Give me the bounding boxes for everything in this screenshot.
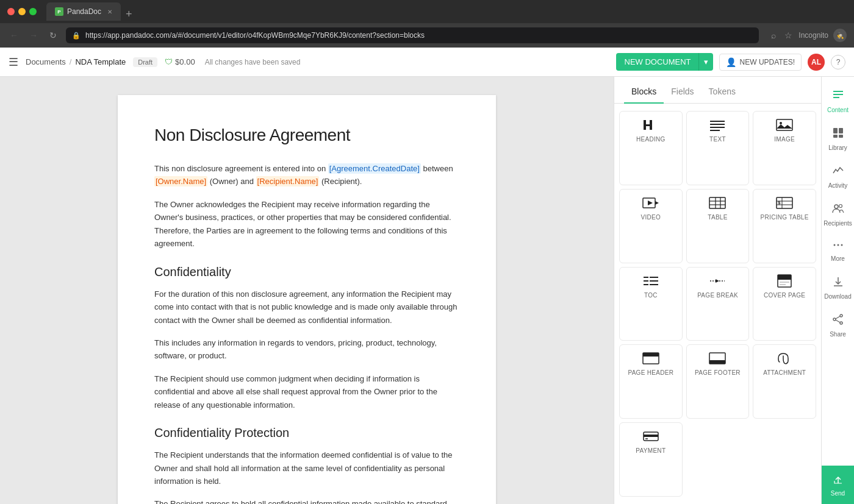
panel-send-button[interactable]: Send [822, 466, 854, 504]
sidebar-tabs: Blocks Fields Tokens [614, 77, 821, 104]
pricing-table-icon: $ [775, 196, 794, 210]
breadcrumb-parent-link[interactable]: Documents [26, 57, 66, 66]
panel-recipients-button[interactable]: Recipients [822, 196, 854, 233]
panel-more-button[interactable]: More [822, 234, 854, 268]
tab-title: PandaDoc [67, 7, 101, 16]
address-field[interactable]: 🔒 https://app.pandadoc.com/a/#/document/… [66, 27, 759, 43]
help-button[interactable]: ? [831, 55, 845, 69]
svg-rect-41 [645, 438, 648, 439]
new-tab-button[interactable]: + [126, 8, 132, 21]
svg-rect-38 [709, 360, 725, 364]
document-area[interactable]: Non Disclosure Agreement This non disclo… [0, 77, 614, 504]
section1-title: Confidentiality [154, 265, 459, 279]
bookmark-icon[interactable]: ☆ [784, 30, 792, 40]
block-cover-page[interactable]: COVER PAGE [753, 267, 816, 341]
svg-point-50 [839, 205, 842, 208]
block-pricing-table[interactable]: $ PRICING TABLE [753, 189, 816, 263]
svg-rect-33 [780, 282, 789, 283]
block-table[interactable]: TABLE [686, 189, 750, 263]
block-page-break[interactable]: PAGE BREAK [686, 267, 750, 341]
block-attachment[interactable]: ATTACHMENT [753, 344, 816, 419]
svg-point-53 [841, 244, 842, 246]
new-document-button[interactable]: NEW DOCUMENT [616, 53, 698, 71]
search-icon[interactable]: ⌕ [771, 30, 776, 40]
blocks-grid: HEADING TEXT IMAGE [614, 104, 821, 504]
toc-label: TOC [644, 292, 658, 299]
video-icon [641, 196, 661, 210]
block-page-header[interactable]: PAGE HEADER [619, 344, 683, 419]
panel-share-button[interactable]: Share [822, 307, 854, 344]
tab-favicon: P [55, 7, 63, 16]
document-para4: The Recipient should use common judgment… [154, 372, 459, 411]
breadcrumb-current: NDA Template [75, 57, 126, 66]
owner-suffix: (Owner) and [210, 177, 254, 186]
menu-button[interactable]: ☰ [9, 55, 18, 69]
share-icon [832, 313, 844, 328]
svg-rect-36 [643, 353, 659, 357]
svg-point-49 [834, 205, 838, 208]
share-label: Share [830, 331, 846, 338]
block-heading[interactable]: HEADING [619, 111, 683, 185]
close-button[interactable] [7, 8, 15, 15]
attachment-label: ATTACHMENT [763, 369, 806, 376]
blocks-sidebar: Blocks Fields Tokens HEADING TEXT [614, 77, 821, 504]
send-label: Send [831, 490, 845, 497]
tab-close-button[interactable]: ✕ [107, 9, 112, 15]
tab-fields[interactable]: Fields [664, 80, 701, 104]
library-label: Library [828, 144, 847, 151]
tab-blocks[interactable]: Blocks [624, 80, 664, 104]
reload-button[interactable]: ↻ [46, 30, 60, 40]
svg-rect-12 [709, 197, 725, 208]
recipient-field[interactable]: [Recipient.Name] [256, 176, 320, 186]
more-label: More [831, 255, 845, 262]
payment-label: PAYMENT [636, 447, 666, 454]
svg-rect-48 [839, 135, 843, 138]
text-label: TEXT [709, 136, 726, 143]
address-text: https://app.pandadoc.com/a/#/document/v1… [85, 31, 753, 40]
svg-rect-34 [780, 284, 786, 285]
svg-rect-2 [644, 124, 652, 126]
page-break-label: PAGE BREAK [697, 292, 738, 299]
panel-download-button[interactable]: Download [822, 269, 854, 306]
back-button[interactable]: ← [7, 30, 21, 40]
block-image[interactable]: IMAGE [753, 111, 816, 185]
attachment-icon [775, 351, 794, 366]
block-toc[interactable]: TOC [619, 267, 683, 341]
pricing-table-label: PRICING TABLE [761, 214, 809, 221]
video-label: VIDEO [641, 214, 661, 221]
recipients-label: Recipients [824, 220, 852, 227]
content-icon [832, 89, 844, 104]
dollar-amount: $0.00 [175, 57, 195, 66]
app-topbar: ☰ Documents / NDA Template Draft 🛡 $0.00… [0, 48, 854, 77]
table-label: TABLE [708, 214, 727, 221]
tab-tokens[interactable]: Tokens [702, 80, 743, 104]
active-tab[interactable]: P PandaDoc ✕ [46, 2, 121, 21]
block-payment[interactable]: PAYMENT [619, 422, 683, 497]
new-document-dropdown-button[interactable]: ▾ [698, 53, 713, 71]
browser-chrome: P PandaDoc ✕ + [0, 0, 854, 23]
date-field[interactable]: [Agreement.CreatedDate] [328, 163, 421, 174]
svg-line-59 [836, 316, 840, 319]
breadcrumb-separator: / [70, 57, 72, 66]
owner-field[interactable]: [Owner.Name] [154, 176, 207, 186]
activity-icon [832, 165, 844, 180]
minimize-button[interactable] [18, 8, 26, 15]
panel-activity-button[interactable]: Activity [822, 158, 854, 195]
address-bar: ← → ↻ 🔒 https://app.pandadoc.com/a/#/doc… [0, 23, 854, 48]
forward-button[interactable]: → [27, 30, 40, 40]
svg-rect-3 [710, 121, 725, 122]
svg-rect-42 [833, 91, 843, 92]
document-para6: The Recipient agrees to hold all confide… [154, 497, 459, 504]
page-footer-icon [708, 351, 727, 366]
block-text[interactable]: TEXT [686, 111, 750, 185]
content-label: Content [827, 107, 849, 113]
block-page-footer[interactable]: PAGE FOOTER [686, 344, 750, 419]
new-updates-button[interactable]: 👤 NEW UPDATES! [719, 54, 802, 71]
panel-library-button[interactable]: Library [822, 121, 854, 157]
block-video[interactable]: VIDEO [619, 189, 683, 263]
panel-content-button[interactable]: Content [822, 83, 854, 119]
between-text: between [423, 164, 453, 173]
intro-text: This non disclosure agreement is entered… [154, 164, 326, 173]
maximize-button[interactable] [29, 8, 37, 15]
avatar: AL [808, 54, 825, 71]
